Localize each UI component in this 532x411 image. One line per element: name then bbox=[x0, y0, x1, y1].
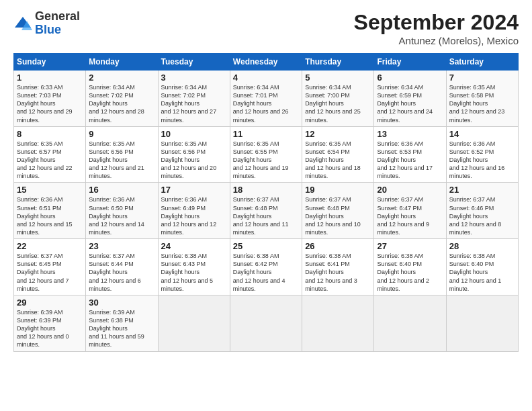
table-row: 3 Sunrise: 6:34 AM Sunset: 7:02 PM Dayli… bbox=[158, 71, 230, 127]
table-row bbox=[230, 295, 302, 351]
th-tuesday: Tuesday bbox=[158, 54, 230, 71]
cell-content: Sunrise: 6:38 AM Sunset: 6:40 PM Dayligh… bbox=[377, 252, 443, 293]
cell-content: Sunrise: 6:35 AM Sunset: 6:58 PM Dayligh… bbox=[449, 83, 515, 124]
calendar-table: Sunday Monday Tuesday Wednesday Thursday… bbox=[13, 53, 519, 352]
cell-content: Sunrise: 6:35 AM Sunset: 6:55 PM Dayligh… bbox=[233, 140, 299, 181]
day-number: 2 bbox=[89, 73, 154, 83]
month-title: September 2024 bbox=[354, 10, 519, 35]
day-number: 5 bbox=[305, 73, 371, 83]
table-row bbox=[446, 295, 518, 351]
table-row: 6 Sunrise: 6:34 AM Sunset: 6:59 PM Dayli… bbox=[374, 71, 446, 127]
table-row: 21 Sunrise: 6:37 AM Sunset: 6:46 PM Dayl… bbox=[446, 183, 518, 239]
th-sunday: Sunday bbox=[14, 54, 86, 71]
day-number: 16 bbox=[89, 185, 154, 195]
cell-content: Sunrise: 6:36 AM Sunset: 6:51 PM Dayligh… bbox=[17, 195, 83, 236]
th-monday: Monday bbox=[86, 54, 158, 71]
day-number: 26 bbox=[305, 241, 371, 251]
cell-content: Sunrise: 6:37 AM Sunset: 6:47 PM Dayligh… bbox=[377, 195, 443, 236]
cell-content: Sunrise: 6:34 AM Sunset: 7:02 PM Dayligh… bbox=[89, 83, 154, 124]
day-number: 12 bbox=[305, 129, 371, 139]
table-row: 27 Sunrise: 6:38 AM Sunset: 6:40 PM Dayl… bbox=[374, 239, 446, 295]
cell-content: Sunrise: 6:33 AM Sunset: 7:03 PM Dayligh… bbox=[17, 83, 83, 124]
cell-content: Sunrise: 6:35 AM Sunset: 6:57 PM Dayligh… bbox=[17, 140, 83, 181]
table-row: 25 Sunrise: 6:38 AM Sunset: 6:42 PM Dayl… bbox=[230, 239, 302, 295]
title-area: September 2024 Antunez (Morelos), Mexico bbox=[354, 10, 519, 46]
calendar-week-row: 22 Sunrise: 6:37 AM Sunset: 6:45 PM Dayl… bbox=[14, 239, 519, 295]
table-row: 11 Sunrise: 6:35 AM Sunset: 6:55 PM Dayl… bbox=[230, 126, 302, 183]
table-row: 13 Sunrise: 6:36 AM Sunset: 6:53 PM Dayl… bbox=[374, 126, 446, 183]
table-row: 20 Sunrise: 6:37 AM Sunset: 6:47 PM Dayl… bbox=[374, 183, 446, 239]
table-row: 12 Sunrise: 6:35 AM Sunset: 6:54 PM Dayl… bbox=[302, 126, 374, 183]
table-row: 30 Sunrise: 6:39 AM Sunset: 6:38 PM Dayl… bbox=[86, 295, 158, 351]
day-number: 24 bbox=[161, 241, 227, 251]
calendar-week-row: 15 Sunrise: 6:36 AM Sunset: 6:51 PM Dayl… bbox=[14, 183, 519, 239]
table-row: 5 Sunrise: 6:34 AM Sunset: 7:00 PM Dayli… bbox=[302, 71, 374, 127]
table-row: 17 Sunrise: 6:36 AM Sunset: 6:49 PM Dayl… bbox=[158, 183, 230, 239]
day-number: 1 bbox=[17, 73, 83, 83]
cell-content: Sunrise: 6:39 AM Sunset: 6:39 PM Dayligh… bbox=[17, 308, 83, 349]
calendar-week-row: 8 Sunrise: 6:35 AM Sunset: 6:57 PM Dayli… bbox=[14, 126, 519, 183]
table-row: 7 Sunrise: 6:35 AM Sunset: 6:58 PM Dayli… bbox=[446, 71, 518, 127]
cell-content: Sunrise: 6:36 AM Sunset: 6:53 PM Dayligh… bbox=[377, 140, 443, 181]
cell-content: Sunrise: 6:38 AM Sunset: 6:40 PM Dayligh… bbox=[449, 252, 515, 293]
table-row: 24 Sunrise: 6:38 AM Sunset: 6:43 PM Dayl… bbox=[158, 239, 230, 295]
cell-content: Sunrise: 6:37 AM Sunset: 6:46 PM Dayligh… bbox=[449, 195, 515, 236]
day-number: 8 bbox=[17, 129, 83, 139]
th-saturday: Saturday bbox=[446, 54, 518, 71]
cell-content: Sunrise: 6:34 AM Sunset: 7:00 PM Dayligh… bbox=[305, 83, 371, 124]
table-row: 29 Sunrise: 6:39 AM Sunset: 6:39 PM Dayl… bbox=[14, 295, 86, 351]
day-number: 30 bbox=[89, 298, 154, 308]
calendar-header: Sunday Monday Tuesday Wednesday Thursday… bbox=[14, 54, 519, 71]
cell-content: Sunrise: 6:34 AM Sunset: 7:02 PM Dayligh… bbox=[161, 83, 227, 124]
day-number: 13 bbox=[377, 129, 443, 139]
table-row bbox=[158, 295, 230, 351]
table-row: 22 Sunrise: 6:37 AM Sunset: 6:45 PM Dayl… bbox=[14, 239, 86, 295]
table-row: 26 Sunrise: 6:38 AM Sunset: 6:41 PM Dayl… bbox=[302, 239, 374, 295]
table-row: 16 Sunrise: 6:36 AM Sunset: 6:50 PM Dayl… bbox=[86, 183, 158, 239]
day-number: 28 bbox=[449, 241, 515, 251]
logo: General Blue bbox=[13, 10, 80, 37]
day-number: 14 bbox=[449, 129, 515, 139]
day-number: 3 bbox=[161, 73, 227, 83]
logo-text: General Blue bbox=[35, 10, 80, 37]
th-friday: Friday bbox=[374, 54, 446, 71]
day-number: 19 bbox=[305, 185, 371, 195]
logo-general: General bbox=[35, 9, 80, 23]
cell-content: Sunrise: 6:38 AM Sunset: 6:42 PM Dayligh… bbox=[233, 252, 299, 293]
cell-content: Sunrise: 6:35 AM Sunset: 6:56 PM Dayligh… bbox=[161, 140, 227, 181]
th-thursday: Thursday bbox=[302, 54, 374, 71]
cell-content: Sunrise: 6:39 AM Sunset: 6:38 PM Dayligh… bbox=[89, 308, 154, 349]
day-number: 27 bbox=[377, 241, 443, 251]
cell-content: Sunrise: 6:38 AM Sunset: 6:41 PM Dayligh… bbox=[305, 252, 371, 293]
cell-content: Sunrise: 6:38 AM Sunset: 6:43 PM Dayligh… bbox=[161, 252, 227, 293]
day-number: 4 bbox=[233, 73, 299, 83]
day-number: 17 bbox=[161, 185, 227, 195]
cell-content: Sunrise: 6:35 AM Sunset: 6:54 PM Dayligh… bbox=[305, 140, 371, 181]
location-title: Antunez (Morelos), Mexico bbox=[354, 35, 519, 46]
day-number: 21 bbox=[449, 185, 515, 195]
table-row: 10 Sunrise: 6:35 AM Sunset: 6:56 PM Dayl… bbox=[158, 126, 230, 183]
day-number: 6 bbox=[377, 73, 443, 83]
day-number: 22 bbox=[17, 241, 83, 251]
calendar-week-row: 1 Sunrise: 6:33 AM Sunset: 7:03 PM Dayli… bbox=[14, 71, 519, 127]
day-number: 11 bbox=[233, 129, 299, 139]
day-number: 10 bbox=[161, 129, 227, 139]
table-row: 1 Sunrise: 6:33 AM Sunset: 7:03 PM Dayli… bbox=[14, 71, 86, 127]
header-row: Sunday Monday Tuesday Wednesday Thursday… bbox=[14, 54, 519, 71]
table-row: 2 Sunrise: 6:34 AM Sunset: 7:02 PM Dayli… bbox=[86, 71, 158, 127]
table-row: 19 Sunrise: 6:37 AM Sunset: 6:48 PM Dayl… bbox=[302, 183, 374, 239]
cell-content: Sunrise: 6:36 AM Sunset: 6:49 PM Dayligh… bbox=[161, 195, 227, 236]
header-area: General Blue September 2024 Antunez (Mor… bbox=[13, 10, 519, 46]
calendar-body: 1 Sunrise: 6:33 AM Sunset: 7:03 PM Dayli… bbox=[14, 71, 519, 352]
logo-icon bbox=[13, 14, 32, 33]
cell-content: Sunrise: 6:37 AM Sunset: 6:48 PM Dayligh… bbox=[305, 195, 371, 236]
table-row: 15 Sunrise: 6:36 AM Sunset: 6:51 PM Dayl… bbox=[14, 183, 86, 239]
table-row: 8 Sunrise: 6:35 AM Sunset: 6:57 PM Dayli… bbox=[14, 126, 86, 183]
day-number: 18 bbox=[233, 185, 299, 195]
calendar-week-row: 29 Sunrise: 6:39 AM Sunset: 6:39 PM Dayl… bbox=[14, 295, 519, 351]
day-number: 20 bbox=[377, 185, 443, 195]
page: General Blue September 2024 Antunez (Mor… bbox=[0, 0, 532, 411]
table-row bbox=[374, 295, 446, 351]
table-row bbox=[302, 295, 374, 351]
cell-content: Sunrise: 6:37 AM Sunset: 6:48 PM Dayligh… bbox=[233, 195, 299, 236]
